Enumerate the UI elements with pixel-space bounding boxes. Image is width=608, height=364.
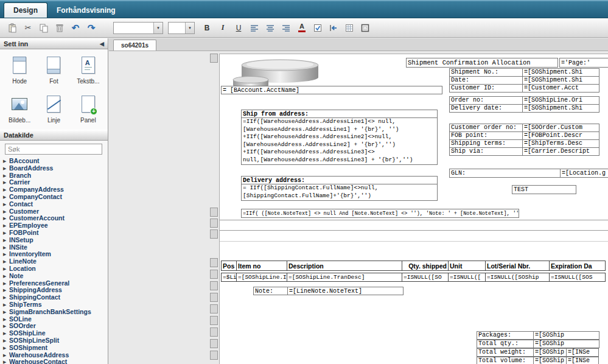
expand-arrow-icon[interactable]: ▶ <box>3 352 9 359</box>
tab-design[interactable]: Design <box>4 2 47 18</box>
datasource-tree-item[interactable]: ▶ Contact <box>3 201 108 208</box>
report-line[interactable] <box>220 220 608 220</box>
redo-button[interactable]: ↷ <box>84 21 99 35</box>
datasource-tree-item[interactable]: ▶ SOShipment <box>3 345 108 352</box>
expand-arrow-icon[interactable]: ▶ <box>3 208 9 215</box>
field-value[interactable]: =[SOOrder.Custom <box>522 124 599 132</box>
font-size-select[interactable]: ▼ <box>168 22 195 34</box>
ship-from-formula-field[interactable]: =IIf([WarehouseAddress.AddressLine1]<> n… <box>241 117 438 165</box>
total-unit-value[interactable]: =[INSe <box>566 348 599 357</box>
page-expression-field[interactable]: ='Page:' <box>559 58 608 68</box>
field-label[interactable]: Delivery date: <box>449 104 523 113</box>
field-label[interactable]: Order no: <box>449 96 523 105</box>
expand-arrow-icon[interactable]: ▶ <box>3 244 9 251</box>
insert-panel-tool[interactable]: + Panel <box>71 94 105 125</box>
band-handle[interactable] <box>210 293 218 302</box>
field-label[interactable]: Shipment No.: <box>449 68 523 77</box>
company-name-field[interactable]: = [BAccount.AcctName] <box>221 86 442 94</box>
band-handle[interactable] <box>210 54 218 63</box>
align-center-button[interactable] <box>263 21 278 35</box>
table-detail-cell[interactable]: =ISNULL([SOShip <box>485 273 550 282</box>
table-header-cell[interactable]: Item no <box>236 261 287 271</box>
table-header-cell[interactable]: Pos <box>221 261 237 271</box>
band-handle[interactable] <box>210 281 218 290</box>
expand-arrow-icon[interactable]: ▶ <box>3 294 9 301</box>
paste-button[interactable] <box>5 21 19 35</box>
ship-from-label-field[interactable]: Ship from address: <box>241 110 438 118</box>
expand-arrow-icon[interactable]: ▶ <box>3 280 9 287</box>
datasource-tree-item[interactable]: ▶ ShipTerms <box>3 301 108 309</box>
band-handle[interactable] <box>210 304 218 313</box>
band-handle[interactable] <box>210 316 218 325</box>
line-note-value-field[interactable]: =[LineNote.NoteText] <box>287 287 404 295</box>
field-label[interactable]: Date: <box>449 76 523 85</box>
datasource-tree-item[interactable]: ▶ WarehouseContact <box>3 359 108 364</box>
show-grid-button[interactable] <box>342 21 357 35</box>
band-handle[interactable] <box>210 339 218 348</box>
expand-arrow-icon[interactable]: ▶ <box>3 186 9 194</box>
table-header-cell[interactable]: Lot/Serial Nbr. <box>485 261 550 271</box>
band-handle[interactable] <box>210 229 218 239</box>
band-handle[interactable] <box>210 270 218 279</box>
total-label[interactable]: Packages: <box>477 331 534 340</box>
font-family-select[interactable]: ▼ <box>113 22 163 34</box>
total-value[interactable]: =[SOShip <box>533 348 567 357</box>
datasource-tree-item[interactable]: ▶ SOShipLineSplit <box>3 337 108 345</box>
expand-arrow-icon[interactable]: ▶ <box>3 222 9 229</box>
datasource-tree-item[interactable]: ▶ Location <box>3 265 108 273</box>
table-header-cell[interactable]: Description <box>287 261 402 271</box>
field-label[interactable]: Customer ID: <box>449 84 523 93</box>
expand-arrow-icon[interactable]: ▶ <box>3 258 9 265</box>
insert-line-tool[interactable]: Linje <box>37 94 71 125</box>
insert-header-tool[interactable]: Hode <box>2 55 37 86</box>
table-detail-cell[interactable]: =ISNULL([ <box>448 273 486 282</box>
expand-arrow-icon[interactable]: ▶ <box>3 229 9 237</box>
expand-arrow-icon[interactable]: ▶ <box>3 237 9 244</box>
expand-arrow-icon[interactable]: ▶ <box>3 301 9 309</box>
expand-arrow-icon[interactable]: ▶ <box>3 287 9 294</box>
expand-arrow-icon[interactable]: ▶ <box>3 337 9 345</box>
datasource-tree-item[interactable]: ▶ BoardAddress <box>3 165 108 172</box>
total-value[interactable]: =[SOShip <box>533 340 599 348</box>
send-backward-button[interactable] <box>326 21 341 35</box>
table-detail-cell[interactable]: =ISNULL([SO <box>402 273 449 282</box>
expand-arrow-icon[interactable]: ▶ <box>3 265 9 273</box>
field-value[interactable]: =[FOBPoint.Descr <box>522 131 599 140</box>
expand-arrow-icon[interactable]: ▶ <box>3 194 9 201</box>
line-note-label-field[interactable]: Note: <box>253 287 288 295</box>
bold-button[interactable]: B <box>200 21 214 35</box>
expand-arrow-icon[interactable]: ▶ <box>3 158 9 165</box>
expand-arrow-icon[interactable]: ▶ <box>3 172 9 180</box>
band-handle[interactable] <box>210 327 218 337</box>
datasource-tree-item[interactable]: ▶ CompanyContact <box>3 194 108 201</box>
gln-label-field[interactable]: GLN: <box>449 169 561 178</box>
band-handle[interactable] <box>210 219 218 228</box>
border-button[interactable] <box>358 21 372 35</box>
expand-arrow-icon[interactable]: ▶ <box>3 251 9 258</box>
expand-arrow-icon[interactable]: ▶ <box>3 215 9 222</box>
table-header-cell[interactable]: Unit <box>448 261 486 271</box>
checkbox-button[interactable] <box>310 21 325 35</box>
datasource-tree-item[interactable]: ▶ Note <box>3 273 108 280</box>
insert-textbox-tool[interactable]: A Tekstb... <box>71 55 105 86</box>
field-value[interactable]: =[SOShipment.Shi <box>522 68 599 77</box>
document-tab[interactable]: so64201s <box>113 40 156 51</box>
expand-arrow-icon[interactable]: ▶ <box>3 273 9 280</box>
field-value[interactable]: =[SOShipment.Shi <box>522 76 599 85</box>
note-formula-field[interactable]: =IIf( ([Note.NoteText] <> null And [Note… <box>241 209 519 218</box>
datasource-tree-item[interactable]: ▶ FOBPoint <box>3 229 108 237</box>
table-header-cell[interactable]: Qty. shipped <box>402 261 449 271</box>
total-label[interactable]: Total qty.: <box>477 340 534 348</box>
insert-image-tool[interactable]: Bildeb... <box>2 94 37 125</box>
total-label[interactable]: Total weight: <box>477 348 534 357</box>
field-value[interactable]: =[SOShipment.Shi <box>522 104 599 113</box>
collapse-panel-icon[interactable]: ◀ <box>100 41 104 47</box>
band-handle[interactable] <box>210 258 218 267</box>
field-label[interactable]: Shipping terms: <box>449 139 523 148</box>
expand-arrow-icon[interactable]: ▶ <box>3 323 9 330</box>
field-value[interactable]: =[Customer.Acct <box>522 84 599 93</box>
font-color-button[interactable]: A <box>295 21 309 35</box>
table-detail-cell[interactable]: =[SOShipLine.I <box>236 273 287 282</box>
delivery-label-field[interactable]: Delivery address: <box>241 176 438 184</box>
report-line[interactable] <box>220 230 608 231</box>
